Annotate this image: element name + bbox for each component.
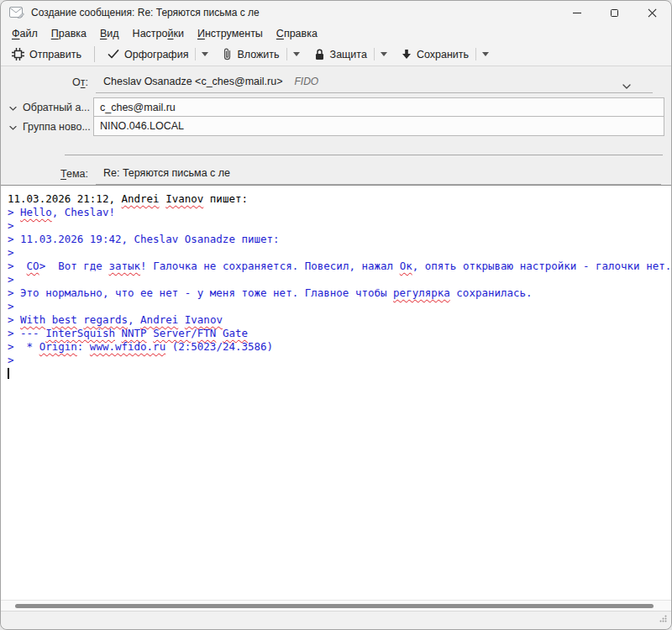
toolbar-attach-dropdown[interactable] [288,49,305,60]
misspelled-word: Andrei [121,192,159,205]
subject-input[interactable]: Re: Теряются письма с ле [96,162,661,185]
misspelled-word: CO [27,260,39,272]
menu-item-settings[interactable]: Настройки [126,26,191,41]
dropdown-arrow-icon [293,52,300,56]
chevron-down-icon [622,77,631,92]
misspelled-word: Hello [20,206,52,218]
body-line: > [8,219,671,233]
body-line: > * Origin: www.wfido.ru (2:5023/24.3586… [8,340,671,354]
misspelled-word: www.wfido.ru [90,340,165,353]
close-icon[interactable] [633,1,671,24]
menu-item-edit[interactable]: Правка [45,26,93,41]
misspelled-word: best [52,313,77,326]
misspelled-word: затык [108,260,140,272]
toolbar-security-dropdown[interactable] [375,49,392,60]
subject-label: Тема: [1,168,96,180]
body-line: > --- InterSquish NNTP Server/FTN Gate [8,327,671,340]
toolbar-send-button[interactable]: Отправить [6,45,87,63]
toolbar-security-label: Защита [330,49,367,60]
menu-item-file[interactable]: Файл [5,26,45,41]
toolbar-save-button[interactable]: Сохранить [396,46,475,63]
arrow-down-icon [402,49,412,60]
toolbar-attach-label: Вложить [237,49,279,60]
misspelled-word: NNTP [121,327,146,339]
body-line: > [8,354,671,367]
from-identity-select[interactable]: Cheslav Osanadze <c_ches@mail.ru> FIDO [96,71,653,93]
lock-icon [314,49,325,60]
from-row: От: Cheslav Osanadze <c_ches@mail.ru> FI… [1,71,671,93]
toolbar-security-button[interactable]: Защита [308,46,373,63]
body-line: > Hello, Cheslav! [8,206,671,219]
newsgroup-type-button[interactable]: Группа ново... [1,117,93,136]
toolbar-spelling-button[interactable]: Орфография [102,46,194,63]
misspelled-word: регулярка [393,286,450,299]
toolbar-spelling-label: Орфография [124,49,188,60]
paperclip-icon [223,48,232,60]
divider [374,48,375,60]
divider [195,48,196,60]
dropdown-arrow-icon [482,52,489,56]
text-caret [8,368,9,379]
toolbar-separator [94,46,95,62]
horizontal-scrollbar[interactable] [1,600,671,611]
from-value: Cheslav Osanadze <c_ches@mail.ru> [103,76,283,87]
body-line: > With best regards, Andrei Ivanov [8,313,671,327]
body-line: > CO> Вот где затык! Галочка не сохраняе… [8,260,671,273]
message-body-editor[interactable]: 11.03.2026 21:12, Andrei Ivanov пишет:> … [1,186,671,600]
toolbar-save-dropdown[interactable] [477,49,494,60]
toolbar-save-label: Сохранить [417,49,469,60]
minimize-icon[interactable] [558,1,596,24]
reply-to-input[interactable]: c_ches@mail.ru [93,97,664,117]
toolbar-attach-button[interactable]: Вложить [217,45,285,63]
compose-toolbar: ОтправитьОрфографияВложитьЗащитаСохранит… [1,43,671,66]
body-line: > [8,246,671,260]
body-line: 11.03.2026 21:12, Andrei Ivanov пишет: [8,192,671,206]
horizontal-scrollbar-thumb[interactable] [15,604,654,608]
compose-message-icon [9,7,24,18]
misspelled-word: Server [153,327,191,339]
subject-row: Тема: Re: Теряются письма с ле [1,162,671,185]
misspelled-word: Origin [39,340,77,353]
body-line: > [8,273,671,286]
resize-grip-icon[interactable] [659,611,667,626]
spellcheck-icon [108,50,119,59]
menu-bar: ФайлПравкаВидНастройкиИнструментыСправка [1,24,671,43]
subject-value: Re: Теряются письма с ле [103,167,230,179]
dropdown-arrow-icon [202,52,208,56]
title-bar[interactable]: Создание сообщения: Re: Теряются письма … [1,1,671,24]
status-bar [1,611,671,629]
body-line [8,367,671,381]
body-line: > [8,300,671,313]
newsgroup-label: Группа ново... [23,121,91,133]
maximize-icon[interactable] [596,1,633,24]
menu-item-help[interactable]: Справка [270,26,324,41]
send-icon [12,48,24,60]
window-title: Создание сообщения: Re: Теряются письма … [31,7,260,18]
menu-item-view[interactable]: Вид [93,26,126,41]
chevron-down-icon [9,102,17,113]
newsgroup-row: Группа ново... NINO.046.LOCAL [1,117,671,136]
empty-recipient-input[interactable] [65,136,663,155]
misspelled-word: InterSquish [45,327,115,339]
reply-to-type-button[interactable]: Обратный а... [1,97,93,117]
misspelled-word: Gate [223,327,248,339]
reply-to-label: Обратный а... [23,102,90,113]
misspelled-word: Andrei [140,313,178,326]
misspelled-word: With [20,313,45,326]
misspelled-word: FTN [197,327,217,339]
toolbar-send-label: Отправить [29,49,81,60]
menu-item-tools[interactable]: Инструменты [191,26,270,41]
divider [475,48,476,60]
from-label: От: [1,76,96,88]
newsgroup-input[interactable]: NINO.046.LOCAL [93,117,664,136]
misspelled-word: regards [83,313,128,326]
message-header: От: Cheslav Osanadze <c_ches@mail.ru> FI… [1,66,671,186]
misspelled-word: Ivanov [185,313,223,326]
dropdown-arrow-icon [381,52,387,56]
body-line: > Это нормально, что ее нет - у меня тож… [8,286,671,300]
divider [286,48,287,60]
compose-window: Создание сообщения: Re: Теряются письма … [0,0,672,630]
chevron-down-icon [9,121,17,133]
toolbar-spelling-dropdown[interactable] [197,49,213,60]
misspelled-word: Ок [400,260,412,272]
